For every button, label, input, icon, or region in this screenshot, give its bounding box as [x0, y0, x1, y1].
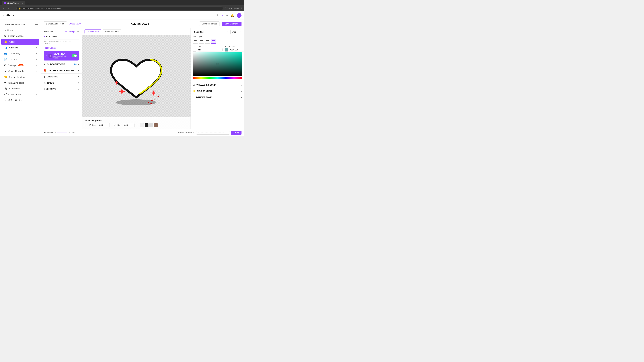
- sidebar-item-extensions[interactable]: 🔌 Extensions: [1, 86, 40, 91]
- celebration-section: ✨ CELEBRATION ▾: [191, 88, 244, 94]
- safety-external-link-icon: ↗: [36, 99, 37, 101]
- charity-chevron: ▾: [78, 88, 79, 90]
- new-variant-button[interactable]: + New Variant: [44, 45, 79, 50]
- accent-color-input-row: [224, 48, 244, 52]
- address-bar[interactable]: 🔒 dashboard.twitch.tv/u/moodjoy071/strea…: [16, 6, 223, 10]
- sidebar-item-analytics[interactable]: 📊 Analytics ▾: [1, 45, 40, 51]
- back-button[interactable]: ←: [2, 6, 5, 10]
- subscriptions-title: SUBSCRIPTIONS: [47, 63, 74, 65]
- more-options-icon[interactable]: ⋮: [240, 7, 242, 10]
- danger-zone-header[interactable]: ⚠ DANGER ZONE ▾: [191, 94, 244, 100]
- sidebar-label-settings: Settings: [8, 64, 16, 66]
- font-weight-select[interactable]: Semi-Bold ▾: [193, 30, 229, 34]
- visuals-sound-header[interactable]: 🖼 VISUALS & SOUND ▾: [191, 82, 244, 88]
- avatar[interactable]: [237, 13, 242, 18]
- svg-rect-6: [194, 41, 196, 41]
- charity-section[interactable]: ♥ CHARITY ▾: [41, 86, 82, 92]
- visuals-sound-title: VISUALS & SOUND: [196, 84, 241, 86]
- drag-handle-icon[interactable]: ⠿: [46, 55, 47, 57]
- sidebar-item-stream-together[interactable]: 🤝 Stream Together: [1, 74, 40, 80]
- celebration-icon: ✨: [193, 90, 196, 92]
- extensions-icon: 🔌: [4, 87, 8, 90]
- sidebar-item-stream-manager[interactable]: ◉ Stream Manager: [1, 33, 40, 39]
- tab-close-button[interactable]: ×: [22, 2, 23, 4]
- variant-desc: Any new follow to your c...: [54, 55, 70, 59]
- height-input[interactable]: [123, 123, 134, 127]
- svg-point-1: [116, 99, 156, 105]
- send-test-alert-button[interactable]: Send Test Alert: [103, 29, 121, 34]
- text-color-box[interactable]: [193, 48, 196, 52]
- main-layout: CREATOR DASHBOARD ⟵ ⌂ Home ◉ Stream Mana…: [0, 19, 244, 136]
- align-center-button[interactable]: [199, 39, 204, 43]
- sidebar-item-content[interactable]: 📄 Content ▾: [1, 56, 40, 62]
- accent-color-box[interactable]: [224, 48, 228, 52]
- bookmark-icon[interactable]: ☆: [224, 7, 226, 10]
- creator-camp-icon: 🏕: [4, 93, 7, 96]
- notifications-icon[interactable]: 🔔: [231, 14, 234, 17]
- browser-source-url-input[interactable]: [196, 131, 230, 135]
- follows-chevron[interactable]: ▲: [77, 35, 79, 38]
- save-changes-button[interactable]: Save Changes: [222, 22, 242, 26]
- toggle-switch[interactable]: [72, 54, 77, 57]
- sidebar-item-viewer-rewards[interactable]: ★ Viewer Rewards ▾: [1, 68, 40, 74]
- cheering-chevron: ▾: [78, 76, 79, 78]
- celebration-title: CELEBRATION: [197, 90, 241, 92]
- align-left-button[interactable]: [193, 39, 198, 43]
- sidebar-item-home[interactable]: ⌂ Home: [1, 27, 40, 33]
- raids-section[interactable]: ⚔ RAIDS ▾: [41, 80, 82, 86]
- accent-color-label: Accent Color: [224, 45, 244, 47]
- hue-slider[interactable]: [193, 77, 242, 79]
- sidebar-item-alerts[interactable]: 🔔 Alerts: [1, 39, 40, 45]
- safety-center-icon: 🛡: [4, 98, 7, 102]
- copy-url-button[interactable]: Copy: [231, 131, 242, 135]
- bg-color-light[interactable]: [140, 123, 144, 127]
- celebration-header[interactable]: ✨ CELEBRATION ▾: [191, 88, 244, 94]
- cheering-section[interactable]: ◆ CHEERING ▾: [41, 73, 82, 80]
- align-right-button[interactable]: [205, 39, 210, 43]
- text-layout-title: Text Layout: [193, 35, 242, 38]
- mail-icon[interactable]: ✉: [226, 14, 228, 17]
- sidebar-label-alerts: Alerts: [9, 40, 14, 43]
- preview-alert-button[interactable]: Preview Alert: [84, 29, 101, 34]
- sidebar-item-safety-center[interactable]: 🛡 Safety Center ↗: [1, 97, 40, 103]
- active-tab: Alerts - Twitch ×: [2, 1, 25, 5]
- new-tab-button[interactable]: +: [26, 1, 30, 5]
- accent-color-hex-input[interactable]: [229, 48, 244, 51]
- variant-toggle[interactable]: [72, 54, 77, 57]
- alert-variants-label: Alert Variants: [44, 132, 56, 134]
- align-justify-button[interactable]: [211, 39, 216, 43]
- bg-color-dark[interactable]: [144, 123, 148, 127]
- community-icon: 👥: [4, 52, 8, 55]
- bg-color-brown[interactable]: [154, 123, 158, 127]
- cheering-icon: ◆: [44, 75, 46, 78]
- width-input[interactable]: [98, 123, 110, 127]
- content-chevron: ▾: [36, 58, 37, 60]
- sidebar-item-community[interactable]: 👥 Community ▾: [1, 51, 40, 56]
- subscriptions-section[interactable]: ★ SUBSCRIPTIONS 👥 ▾: [41, 61, 82, 67]
- variants-progress-bar: [57, 133, 67, 133]
- picker-cursor: [216, 63, 218, 65]
- sidebar-item-streaming-tools[interactable]: 🛠 Streaming Tools: [1, 80, 40, 86]
- discard-changes-button[interactable]: Discard Changes: [199, 21, 220, 26]
- back-to-alerts-home-button[interactable]: Back to Alerts Home: [44, 21, 67, 26]
- home-icon: ⌂: [4, 29, 6, 32]
- sidebar-item-settings[interactable]: ⚙ Settings NEW ▾: [1, 62, 40, 68]
- hamburger-icon[interactable]: ≡: [3, 14, 4, 17]
- gradient-picker[interactable]: [193, 52, 242, 76]
- edit-multiple-button[interactable]: Edit Multiple: [65, 30, 76, 33]
- duplicate-icon[interactable]: ⧉: [77, 30, 79, 33]
- premium-icon[interactable]: ✦: [221, 14, 223, 17]
- settings-badge: NEW: [18, 64, 24, 66]
- forward-button[interactable]: →: [7, 6, 10, 10]
- font-size-select[interactable]: 24px ▾: [230, 30, 242, 34]
- text-color-hex-input[interactable]: [197, 48, 222, 51]
- collapse-sidebar-icon[interactable]: ⟵: [35, 23, 38, 26]
- sidebar-item-creator-camp[interactable]: 🏕 Creator Camp ↗: [1, 91, 40, 97]
- reload-button[interactable]: ↻: [12, 6, 15, 10]
- bg-color-white[interactable]: [149, 123, 153, 127]
- width-field: Width px: [89, 123, 110, 127]
- gifted-subscriptions-section[interactable]: 🎁 GIFTED SUBSCRIPTIONS ▾: [41, 67, 82, 73]
- whats-new-button[interactable]: What's New?: [69, 23, 81, 25]
- help-icon[interactable]: ?: [217, 14, 218, 17]
- extension-icon[interactable]: ⊡: [228, 7, 230, 10]
